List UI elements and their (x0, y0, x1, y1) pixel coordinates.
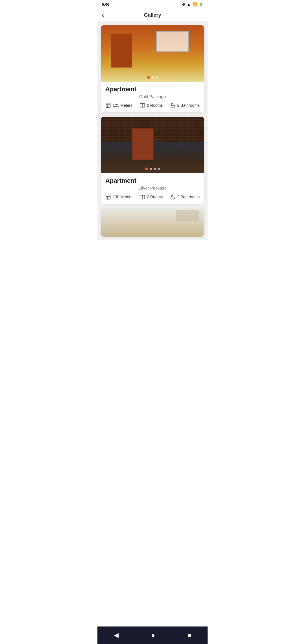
dot-1-3 (156, 76, 158, 79)
card-image-1 (101, 25, 204, 82)
feature-bathrooms-1: 2 Bathrooms (170, 102, 200, 108)
feature-rooms-1: 2 Rooms (140, 102, 163, 108)
image-dots-1 (147, 76, 158, 79)
card-features-2: 130 Meters 2 Rooms (105, 194, 200, 200)
card-package-1: Gold Package (105, 94, 200, 99)
nav-bar: ◀ ● ■ (97, 626, 208, 644)
rooms-icon-1 (140, 102, 145, 108)
room-mockup-1 (101, 25, 204, 82)
bathrooms-icon-2 (170, 194, 176, 200)
back-button[interactable]: ‹ (102, 12, 104, 19)
dot-2-active (145, 167, 148, 170)
battery-icon: 🔋 (199, 2, 203, 6)
image-dots-2 (145, 167, 160, 170)
svg-rect-2 (106, 195, 110, 199)
card-body-1: Apartment Gold Package 125 Meters (101, 82, 204, 112)
meters-value-2: 130 Meters (113, 195, 132, 199)
card-image-3 (101, 208, 204, 237)
bathrooms-icon-1 (170, 102, 176, 108)
meters-value-1: 125 Meters (113, 103, 132, 108)
dot-2-4 (158, 168, 160, 170)
feature-bathrooms-2: 2 Bathrooms (170, 194, 200, 200)
card-image-2 (101, 117, 204, 173)
nav-back-button[interactable]: ◀ (108, 630, 124, 641)
rooms-value-1: 2 Rooms (147, 103, 163, 108)
card-package-2: Silver Package (105, 186, 200, 190)
dot-2-3 (154, 168, 156, 170)
status-icons: ⚙ ▲ 📶 🔋 (182, 2, 203, 6)
card-body-2: Apartment Silver Package 130 Meters (101, 173, 204, 204)
meters-icon-2 (105, 194, 111, 200)
status-time: 5:06 (102, 2, 109, 6)
dot-1-active (147, 76, 150, 79)
page-title: Gallery (144, 12, 161, 18)
header: ‹ Gallery (97, 9, 208, 22)
content-area: Apartment Gold Package 125 Meters (97, 22, 208, 240)
rooms-icon-2 (140, 194, 145, 200)
nav-recent-button[interactable]: ■ (182, 630, 197, 641)
bathrooms-value-1: 2 Bathrooms (177, 103, 200, 108)
dot-2-2 (150, 168, 152, 170)
feature-rooms-2: 2 Rooms (140, 194, 163, 200)
apartment-card-3[interactable] (101, 208, 204, 237)
card-title-2: Apartment (105, 177, 200, 184)
signal-icon: 📶 (192, 2, 197, 6)
card-features-1: 125 Meters 2 Rooms (105, 102, 200, 108)
room-mockup-2 (101, 117, 204, 173)
nav-home-button[interactable]: ● (145, 630, 160, 641)
dot-1-2 (152, 76, 154, 79)
wifi-icon: ▲ (187, 2, 191, 6)
rooms-value-2: 2 Rooms (147, 195, 163, 199)
bathrooms-value-2: 2 Bathrooms (177, 195, 200, 199)
settings-icon: ⚙ (182, 2, 185, 6)
apartment-card-2[interactable]: Apartment Silver Package 130 Meters (101, 117, 204, 204)
svg-rect-0 (106, 103, 110, 108)
apartment-card-1[interactable]: Apartment Gold Package 125 Meters (101, 25, 204, 112)
status-bar: 5:06 ⚙ ▲ 📶 🔋 (97, 0, 208, 9)
ceiling-light-3 (176, 210, 199, 221)
card-title-1: Apartment (105, 86, 200, 93)
feature-meters-1: 125 Meters (105, 102, 132, 108)
feature-meters-2: 130 Meters (105, 194, 132, 200)
meters-icon-1 (105, 102, 111, 108)
